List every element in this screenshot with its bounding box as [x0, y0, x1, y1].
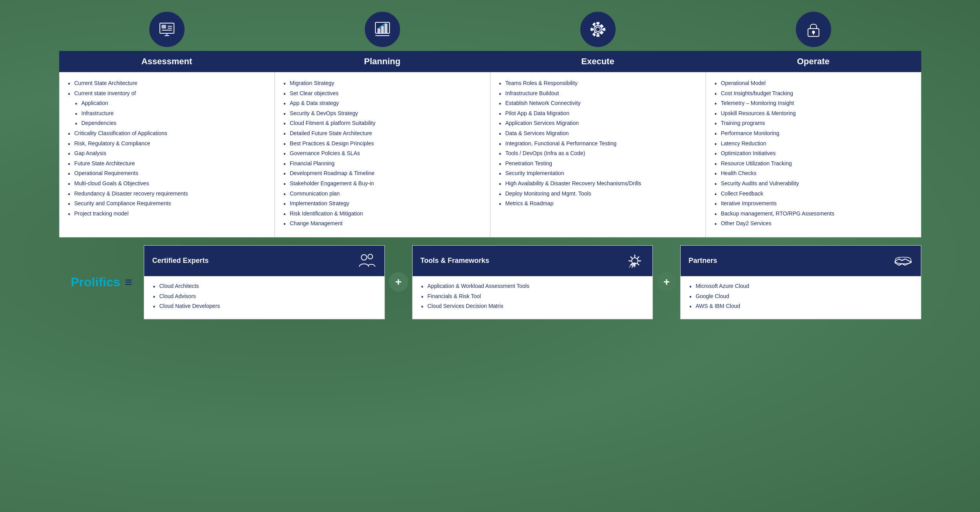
- planning-body: Migration Strategy Set Clear objectives …: [275, 72, 490, 237]
- list-item: Backup management, RTO/RPG Assessments: [714, 210, 913, 218]
- list-item: Penetration Testing: [498, 160, 697, 168]
- tools-frameworks-header: Tools & Frameworks: [413, 246, 652, 276]
- list-item: Current state inventory of: [67, 90, 266, 98]
- svg-rect-12: [385, 24, 387, 33]
- list-item: Migration Strategy: [283, 80, 482, 87]
- list-item: Set Clear objectives: [283, 90, 482, 98]
- list-item: Training programs: [714, 119, 913, 127]
- list-item: Operational Model: [714, 80, 913, 87]
- prolifics-brand-text: Prolifics: [71, 275, 120, 289]
- list-item: High Availability & Disaster Recovery Me…: [498, 180, 697, 188]
- list-item: Application Services Migration: [498, 119, 697, 127]
- list-item: AWS & IBM Cloud: [688, 302, 913, 310]
- list-item: Future State Architecture: [67, 160, 266, 168]
- list-item: Risk Identification & Mitigation: [283, 210, 482, 218]
- plus-1: +: [385, 245, 412, 319]
- list-item: Deploy Monitoring and Mgmt. Tools: [498, 190, 697, 198]
- list-item: Change Management: [283, 220, 482, 228]
- people-icon: [357, 251, 377, 271]
- planning-header: Planning: [275, 51, 490, 72]
- assessment-body: Current State Architecture Current state…: [59, 72, 275, 237]
- list-item: Multi-cloud Goals & Objectives: [67, 180, 266, 188]
- list-item: Cloud Architects: [152, 282, 376, 290]
- lock-icon: [804, 20, 823, 39]
- list-item: Security Audits and Vulnerability: [714, 180, 913, 188]
- list-item: Current State Architecture: [67, 80, 266, 87]
- operate-icon-circle: [796, 12, 831, 47]
- list-item: Development Roadmap & Timeline: [283, 170, 482, 177]
- partners-card: Partners Microsoft Azure Cloud: [680, 245, 921, 319]
- list-item: Implementation Strategy: [283, 200, 482, 208]
- list-item: Communication plan: [283, 190, 482, 198]
- list-item: Establish Network Connectivity: [498, 100, 697, 107]
- execute-icon-circle: [580, 12, 616, 47]
- operate-body: Operational Model Cost Insights/budget T…: [706, 72, 921, 237]
- svg-point-19: [368, 254, 373, 259]
- column-execute: Execute Teams Roles & Responsibility Inf…: [490, 12, 706, 237]
- list-item: Tools / DevOps (Infra as a Code): [498, 150, 697, 157]
- list-item: Governance Policies & SLAs: [283, 150, 482, 157]
- svg-point-13: [596, 27, 600, 32]
- list-item: Infrastructure: [67, 110, 266, 118]
- list-item: Criticality Classification of Applicatio…: [67, 130, 266, 137]
- prolifics-equals-sign: ≡: [125, 275, 132, 289]
- svg-rect-10: [378, 29, 380, 33]
- column-planning: Planning Migration Strategy Set Clear ob…: [275, 12, 490, 237]
- list-item: Operational Requirements: [67, 170, 266, 177]
- list-item: Metrics & Roadmap: [498, 200, 697, 208]
- list-item: Integration, Functional & Performance Te…: [498, 140, 697, 148]
- handshake-icon: [893, 251, 913, 271]
- list-item: Project tracking model: [67, 210, 266, 218]
- partners-header: Partners: [681, 246, 920, 276]
- svg-point-16: [812, 31, 815, 33]
- list-item: Gap Analysis: [67, 150, 266, 157]
- list-item: Collect Feedback: [714, 190, 913, 198]
- list-item: Security & DevOps Strategy: [283, 110, 482, 118]
- certified-experts-body: Cloud Architects Cloud Advisors Cloud Na…: [144, 276, 384, 319]
- list-item: Cloud Advisors: [152, 293, 376, 300]
- list-item: Security and Compliance Requirements: [67, 200, 266, 208]
- certified-experts-header: Certified Experts: [144, 246, 384, 276]
- list-item: Application: [67, 100, 266, 107]
- list-item: App & Data strategy: [283, 100, 482, 107]
- list-item: Optimization Initiatives: [714, 150, 913, 157]
- svg-rect-4: [162, 25, 166, 28]
- plus-circle-2: +: [657, 272, 676, 292]
- list-item: Cloud Fitment & platform Suitability: [283, 119, 482, 127]
- column-assessment: Assessment Current State Architecture Cu…: [59, 12, 275, 237]
- tools-icon: [625, 251, 645, 271]
- list-item: Infrastructure Buildout: [498, 90, 697, 98]
- list-item: Telemetry – Monitoring Insight: [714, 100, 913, 107]
- list-item: Best Practices & Design Principles: [283, 140, 482, 148]
- certified-experts-title: Certified Experts: [152, 257, 208, 265]
- tools-frameworks-title: Tools & Frameworks: [420, 257, 489, 265]
- list-item: Risk, Regulatory & Compliance: [67, 140, 266, 148]
- list-item: Financial Planning: [283, 160, 482, 168]
- list-item: Teams Roles & Responsibility: [498, 80, 697, 87]
- tools-frameworks-card: Tools & Frameworks Application & Workloa…: [412, 245, 653, 319]
- list-item: Stakeholder Engagement & Buy-in: [283, 180, 482, 188]
- list-item: Performance Monitoring: [714, 130, 913, 137]
- list-item: Data & Services Migration: [498, 130, 697, 137]
- list-item: Cloud Native Developers: [152, 302, 376, 310]
- certified-experts-card: Certified Experts Cloud Architects Cloud…: [144, 245, 384, 319]
- plus-2: +: [653, 245, 680, 319]
- svg-point-18: [361, 255, 367, 260]
- list-item: Security Implementation: [498, 170, 697, 177]
- main-container: Assessment Current State Architecture Cu…: [59, 12, 921, 319]
- plus-circle-1: +: [389, 272, 408, 292]
- list-item: Application & Workload Assessment Tools: [420, 282, 645, 290]
- list-item: Other Day2 Services: [714, 220, 913, 228]
- partners-title: Partners: [688, 257, 717, 265]
- list-item: Latency Reduction: [714, 140, 913, 148]
- list-item: Health Checks: [714, 170, 913, 177]
- list-item: Pilot App & Data Migration: [498, 110, 697, 118]
- prolifics-logo: Prolifics ≡: [59, 245, 144, 319]
- chart-icon: [373, 20, 392, 39]
- list-item: Cloud Services Decision Matrix: [420, 302, 645, 310]
- bottom-section: Prolifics ≡ Certified Experts: [59, 245, 921, 319]
- monitor-icon: [158, 20, 176, 39]
- list-item: Iterative Improvements: [714, 200, 913, 208]
- list-item: Cost Insights/budget Tracking: [714, 90, 913, 98]
- execute-body: Teams Roles & Responsibility Infrastruct…: [490, 72, 706, 237]
